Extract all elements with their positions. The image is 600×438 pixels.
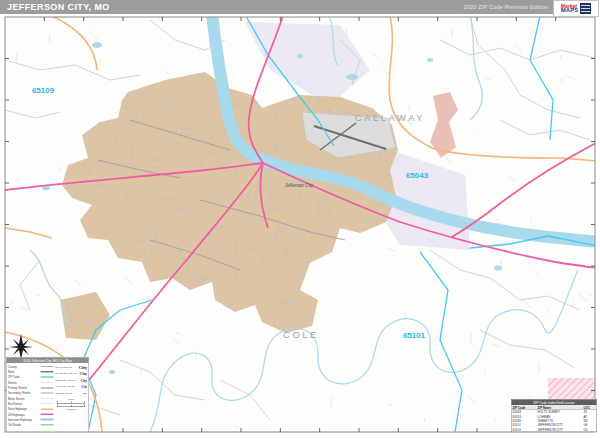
legend-row-label: Secondary Streets <box>8 392 41 395</box>
city-size-label: City over 250,000 <box>55 366 79 368</box>
legend-row: Toll Roads <box>8 422 54 427</box>
legend-line-sample <box>41 419 54 421</box>
city-sample-text: City <box>81 378 87 382</box>
city-size-label: City 50,000 - 100,000 <box>55 379 80 381</box>
city-label-jefferson-city: Jefferson City <box>285 183 314 188</box>
city-sample-text: City <box>80 372 87 377</box>
edition-label: 2020 ZIP Code Premium Edition <box>463 4 548 10</box>
legend-line-sample <box>41 382 54 383</box>
legend-row-label: Minor Streets <box>8 397 41 400</box>
county-label-cole: COLE <box>283 329 319 340</box>
legend-line-sample <box>41 398 54 399</box>
zip-table-cell: D4 <box>583 427 597 431</box>
logo-word-2: MAPS <box>561 8 578 13</box>
zip-table-cell: 65109 <box>512 427 537 431</box>
legend-line-sample <box>41 414 54 416</box>
legend-line-sample <box>41 366 54 367</box>
scale-bar-miles <box>57 401 85 404</box>
legend-row-label: County <box>8 365 41 368</box>
zip-label-65109: 65109 <box>32 86 55 95</box>
legend-line-sample <box>41 403 54 404</box>
legend-line-sample <box>41 371 54 373</box>
legend-row-label: US Highways <box>8 413 41 416</box>
scale-bar-km <box>57 405 85 408</box>
city-size-label: City 100,000 - 250,000 <box>55 373 79 375</box>
legend-row-label: Exit Ramps <box>8 402 41 405</box>
legend-city-sizes: City over 250,000CityCity 100,000 - 250,… <box>55 364 87 397</box>
city-size-label: City under 10,000 <box>55 392 82 394</box>
county-label-callaway: CALLAWAY <box>355 112 425 123</box>
logo-badge-icon <box>580 3 591 14</box>
legend-row-label: Streets <box>8 381 41 384</box>
legend-line-sample <box>41 387 54 388</box>
zip-index-table: ZIP Code Index/Grid Locator ZIP CodeZIP … <box>511 399 597 432</box>
legend-row-label: State <box>8 370 41 373</box>
legend-row-label: Toll Roads <box>8 423 41 426</box>
legend-row-label: ZIP Code <box>8 376 41 379</box>
scale-bars: Miles Kilometers <box>55 398 87 411</box>
legend-row-label: Primary Streets <box>8 386 41 389</box>
legend-city-row: City under 10,000City <box>55 390 87 397</box>
legend-line-sample <box>41 393 54 394</box>
publisher-logo: Market MAPS <box>553 0 599 17</box>
zip-table-cell: JEFFERSON CITY <box>537 427 583 431</box>
legend-row-label: Interstate Highways <box>8 418 41 421</box>
wall-map-page: CALLAWAY COLE 65109 65043 65101 Jefferso… <box>0 0 600 438</box>
map-legend: 2020 Jefferson City, MO City Map CountyS… <box>6 357 89 432</box>
city-size-label: City 10,000 - 50,000 <box>55 386 81 388</box>
map-title: JEFFERSON CITY, MO <box>7 2 110 12</box>
zip-table-row: 65109JEFFERSON CITYD4 <box>512 427 597 431</box>
map-content: CALLAWAY COLE 65109 65043 65101 Jefferso… <box>5 14 600 432</box>
zip-label-65101: 65101 <box>403 331 426 340</box>
legend-row-label: State Highways <box>8 408 41 411</box>
scale-km-label: Kilometers <box>55 408 87 411</box>
legend-line-rows: CountyStateZIP CodeStreetsPrimary Street… <box>8 364 54 428</box>
map-canvas: CALLAWAY COLE 65109 65043 65101 Jefferso… <box>0 0 600 438</box>
city-sample-text: City <box>79 365 87 370</box>
city-sample-text: City <box>82 392 87 395</box>
legend-line-sample <box>41 408 54 410</box>
zip-label-65043: 65043 <box>406 171 429 180</box>
title-bar: JEFFERSON CITY, MO 2020 ZIP Code Premium… <box>0 0 554 14</box>
city-sample-text: City <box>82 385 88 388</box>
legend-line-sample <box>41 376 54 378</box>
legend-line-sample <box>41 424 54 426</box>
